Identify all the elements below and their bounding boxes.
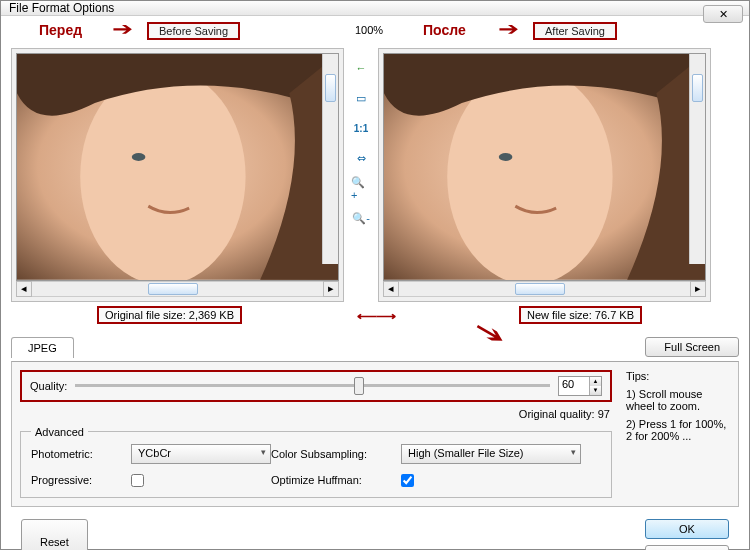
quality-slider[interactable]	[75, 384, 550, 387]
svg-point-2	[132, 153, 146, 161]
original-quality-value: 97	[598, 408, 610, 420]
one-to-one-button[interactable]: 1:1	[351, 118, 371, 138]
original-size-label: Original file size:	[105, 309, 186, 321]
double-arrow-icon: ⟵ ⟶	[357, 308, 393, 324]
new-size-value: 76.7 KB	[595, 309, 634, 321]
annotation-before-text: Перед	[39, 22, 82, 38]
scroll-left-button[interactable]: ◂	[383, 281, 399, 297]
footer: Reset OK Cancel	[11, 511, 739, 550]
photometric-value: YCbCr	[138, 447, 171, 459]
preview-tools: ← ▭ 1:1 ⇔ 🔍+ 🔍-	[348, 48, 374, 302]
zoom-in-icon[interactable]: 🔍+	[351, 178, 371, 198]
huffman-label: Optimize Huffman:	[271, 474, 401, 486]
before-image[interactable]	[16, 53, 339, 281]
subsampling-label: Color Subsampling:	[271, 448, 401, 460]
scroll-track[interactable]	[32, 281, 323, 297]
subsampling-combo[interactable]: High (Smaller File Size)	[401, 444, 581, 464]
reset-button[interactable]: Reset	[21, 519, 88, 550]
annotation-row: Перед ➔ Before Saving 100% После ➔ After…	[11, 22, 739, 44]
tips-line-1: 1) Scroll mouse wheel to zoom.	[626, 388, 730, 412]
tips-line-2: 2) Press 1 for 100%, 2 for 200% ...	[626, 418, 730, 442]
scrollbar-thumb[interactable]	[148, 283, 198, 295]
svg-point-1	[80, 69, 245, 280]
svg-point-4	[447, 69, 612, 280]
after-image[interactable]	[383, 53, 706, 281]
fit-width-icon[interactable]: ⇔	[351, 148, 371, 168]
progressive-label: Progressive:	[31, 474, 131, 486]
quality-spinner[interactable]: 60 ▲▼	[558, 376, 602, 396]
scrollbar-thumb[interactable]	[692, 74, 703, 102]
quality-value: 60	[562, 378, 574, 390]
original-quality-row: Original quality: 97	[20, 408, 612, 420]
scrollbar-thumb[interactable]	[515, 283, 565, 295]
jpeg-tab[interactable]: JPEG	[11, 337, 74, 358]
dialog-window: File Format Options ✕ Перед ➔ Before Sav…	[0, 0, 750, 550]
progressive-checkbox[interactable]	[131, 474, 144, 487]
quality-label: Quality:	[30, 380, 67, 392]
arrow-right-icon: ➔	[498, 20, 519, 38]
after-saving-label: After Saving	[533, 22, 617, 40]
original-size-value: 2,369 KB	[189, 309, 234, 321]
file-size-row: Original file size: 2,369 KB ⟵ ⟶ New fil…	[11, 306, 739, 328]
advanced-legend: Advanced	[31, 426, 88, 438]
horizontal-scrollbar[interactable]: ◂ ▸	[383, 281, 706, 297]
cancel-button[interactable]: Cancel	[645, 545, 729, 550]
close-button[interactable]: ✕	[703, 5, 743, 23]
zoom-out-icon[interactable]: 🔍-	[351, 208, 371, 228]
horizontal-scrollbar[interactable]: ◂ ▸	[16, 281, 339, 297]
spin-up-icon[interactable]: ▲	[590, 377, 601, 386]
before-pane: ◂ ▸	[11, 48, 344, 302]
original-size-box: Original file size: 2,369 KB	[97, 306, 242, 324]
ok-button[interactable]: OK	[645, 519, 729, 539]
annotation-after-text: После	[423, 22, 466, 38]
new-size-label: New file size:	[527, 309, 592, 321]
titlebar[interactable]: File Format Options ✕	[1, 1, 749, 16]
scroll-right-button[interactable]: ▸	[690, 281, 706, 297]
advanced-fieldset: Advanced Photometric: YCbCr Color Subsam…	[20, 426, 612, 498]
vertical-scrollbar[interactable]	[689, 54, 705, 264]
fit-screen-icon[interactable]: ▭	[351, 88, 371, 108]
options-panel: Quality: 60 ▲▼ Original quality: 97 Adva…	[11, 361, 739, 507]
window-title: File Format Options	[9, 1, 114, 15]
tabs-row: JPEG Full Screen	[11, 336, 739, 357]
after-pane: ◂ ▸	[378, 48, 711, 302]
subsampling-value: High (Smaller File Size)	[408, 447, 524, 459]
scroll-right-button[interactable]: ▸	[323, 281, 339, 297]
full-screen-button[interactable]: Full Screen	[645, 337, 739, 357]
tips-column: Tips: 1) Scroll mouse wheel to zoom. 2) …	[622, 370, 730, 498]
content: Перед ➔ Before Saving 100% После ➔ After…	[1, 16, 749, 550]
original-quality-label: Original quality:	[519, 408, 595, 420]
photometric-label: Photometric:	[31, 448, 131, 460]
quality-row: Quality: 60 ▲▼	[20, 370, 612, 402]
scroll-left-button[interactable]: ◂	[16, 281, 32, 297]
new-size-box: New file size: 76.7 KB	[519, 306, 642, 324]
zoom-percent: 100%	[355, 24, 383, 36]
arrow-right-icon: ➔	[112, 20, 133, 38]
options-left: Quality: 60 ▲▼ Original quality: 97 Adva…	[20, 370, 612, 498]
vertical-scrollbar[interactable]	[322, 54, 338, 264]
undo-icon[interactable]: ←	[351, 58, 371, 78]
photometric-combo[interactable]: YCbCr	[131, 444, 271, 464]
before-saving-label: Before Saving	[147, 22, 240, 40]
spin-down-icon[interactable]: ▼	[590, 386, 601, 395]
scrollbar-thumb[interactable]	[325, 74, 336, 102]
svg-point-5	[499, 153, 513, 161]
tips-heading: Tips:	[626, 370, 730, 382]
huffman-checkbox[interactable]	[401, 474, 414, 487]
scroll-track[interactable]	[399, 281, 690, 297]
preview-row: ◂ ▸ ← ▭ 1:1 ⇔ 🔍+ 🔍- ◂	[11, 48, 739, 302]
